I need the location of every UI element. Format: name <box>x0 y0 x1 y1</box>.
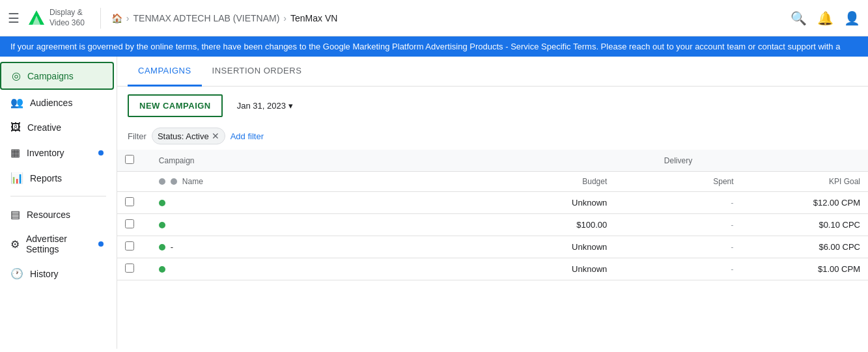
home-icon[interactable]: 🏠 <box>111 13 122 23</box>
date-picker-button[interactable]: Jan 31, 2023 ▾ <box>231 97 300 115</box>
sidebar-item-label: Campaigns <box>27 71 74 81</box>
filter-chip-status: Status: Active ✕ <box>152 128 225 144</box>
th-sub-checkbox <box>117 172 151 192</box>
breadcrumb-sep1: › <box>126 13 130 23</box>
breadcrumb-sep2: › <box>283 13 287 23</box>
td-name <box>151 258 488 280</box>
sidebar-item-resources[interactable]: ▤ Resources <box>0 202 111 227</box>
tab-insertion-orders[interactable]: INSERTION ORDERS <box>202 57 313 87</box>
table: Campaign Delivery Name Budget <box>117 150 868 280</box>
campaigns-icon: ◎ <box>12 70 21 82</box>
sidebar-item-campaigns[interactable]: ◎ Campaigns <box>0 62 114 90</box>
chevron-down-icon: ▾ <box>288 101 293 111</box>
th-campaign: Campaign <box>151 150 488 172</box>
tab-campaigns[interactable]: CAMPAIGNS <box>128 57 202 87</box>
menu-icon[interactable]: ☰ <box>8 10 20 26</box>
sidebar: ◎ Campaigns 👥 Audiences 🖼 Creative ▦ Inv… <box>0 57 117 349</box>
th-kpi-goal: KPI Goal <box>742 172 868 192</box>
td-checkbox[interactable] <box>117 236 151 258</box>
campaigns-table: Campaign Delivery Name Budget <box>117 150 868 280</box>
td-spent: - <box>615 236 741 258</box>
sidebar-item-label: History <box>30 269 59 279</box>
th-name: Name <box>151 172 488 192</box>
status-active-dot <box>159 266 165 273</box>
inventory-dot <box>98 150 104 156</box>
logo: Display & Video 360 <box>27 8 85 28</box>
th-delivery: Delivery <box>488 150 868 172</box>
td-budget: Unknown <box>488 192 615 214</box>
sidebar-item-inventory[interactable]: ▦ Inventory <box>0 140 111 165</box>
sidebar-item-label: Resources <box>27 210 70 220</box>
table-header-row: Campaign Delivery <box>117 150 868 172</box>
status-gray-dot2 <box>171 178 177 185</box>
table-row: $100.00 - $0.10 CPC <box>117 214 868 236</box>
th-budget: Budget <box>488 172 615 192</box>
th-name-label: Name <box>182 177 203 186</box>
status-active-dot <box>159 200 165 206</box>
date-label: Jan 31, 2023 <box>237 101 286 111</box>
sidebar-item-label: Inventory <box>27 148 64 158</box>
reports-icon: 📊 <box>10 172 23 184</box>
td-spent: - <box>615 258 741 280</box>
banner: If your agreement is governed by the onl… <box>0 36 868 57</box>
logo-text: Display & Video 360 <box>49 8 85 28</box>
add-filter-button[interactable]: Add filter <box>231 131 264 141</box>
td-kpi: $6.00 CPC <box>742 236 868 258</box>
sidebar-item-label: Reports <box>30 173 62 183</box>
sidebar-divider <box>10 196 106 196</box>
td-budget: Unknown <box>488 236 615 258</box>
table-row: Unknown - $12.00 CPM <box>117 192 868 214</box>
filter-chip-label: Status: Active <box>158 131 209 141</box>
toolbar: NEW CAMPAIGN Jan 31, 2023 ▾ <box>117 87 868 125</box>
row-checkbox[interactable] <box>125 219 134 228</box>
tabs-bar: CAMPAIGNS INSERTION ORDERS <box>117 57 868 87</box>
sidebar-item-advertiser-settings[interactable]: ⚙ Advertiser Settings <box>0 227 111 261</box>
td-name <box>151 214 488 236</box>
sidebar-item-creative[interactable]: 🖼 Creative <box>0 115 111 140</box>
td-checkbox[interactable] <box>117 192 151 214</box>
topbar-actions: 🔍 🔔 👤 <box>791 10 860 26</box>
search-icon[interactable]: 🔍 <box>791 10 807 26</box>
td-budget: $100.00 <box>488 214 615 236</box>
sidebar-item-reports[interactable]: 📊 Reports <box>0 165 111 191</box>
sidebar-item-label: Advertiser Settings <box>26 234 101 254</box>
th-checkbox <box>117 150 151 172</box>
account-icon[interactable]: 👤 <box>844 10 860 26</box>
notifications-icon[interactable]: 🔔 <box>817 10 833 26</box>
filter-chip-close-icon[interactable]: ✕ <box>212 131 219 141</box>
banner-text: If your agreement is governed by the onl… <box>10 42 840 51</box>
breadcrumb-advertiser[interactable]: TENMAX ADTECH LAB (VIETNAM) <box>133 13 280 23</box>
select-all-checkbox[interactable] <box>125 155 134 164</box>
history-icon: 🕐 <box>10 267 23 280</box>
td-checkbox[interactable] <box>117 258 151 280</box>
td-checkbox[interactable] <box>117 214 151 236</box>
layout: ◎ Campaigns 👥 Audiences 🖼 Creative ▦ Inv… <box>0 57 868 349</box>
sidebar-item-label: Audiences <box>30 98 72 108</box>
td-name <box>151 192 488 214</box>
td-kpi: $12.00 CPM <box>742 192 868 214</box>
table-body: Unknown - $12.00 CPM $100.00 <box>117 192 868 280</box>
breadcrumb-current: TenMax VN <box>290 13 337 23</box>
filter-label: Filter <box>128 131 147 141</box>
row-checkbox[interactable] <box>125 264 134 273</box>
filter-bar: Filter Status: Active ✕ Add filter <box>117 125 868 150</box>
new-campaign-button[interactable]: NEW CAMPAIGN <box>128 94 223 117</box>
td-spent: - <box>615 214 741 236</box>
breadcrumb: 🏠 › TENMAX ADTECH LAB (VIETNAM) › TenMax… <box>111 13 338 23</box>
td-spent: - <box>615 192 741 214</box>
th-spent: Spent <box>615 172 741 192</box>
sidebar-item-audiences[interactable]: 👥 Audiences <box>0 90 111 115</box>
td-kpi: $0.10 CPC <box>742 214 868 236</box>
sidebar-item-label: Creative <box>27 122 61 133</box>
row-checkbox[interactable] <box>125 241 134 250</box>
creative-icon: 🖼 <box>10 122 21 133</box>
inventory-icon: ▦ <box>10 146 20 159</box>
table-row: - Unknown - $6.00 CPC <box>117 236 868 258</box>
table-row: Unknown - $1.00 CPM <box>117 258 868 280</box>
status-gray-dot <box>159 178 165 185</box>
status-active-dot <box>159 244 165 250</box>
sidebar-item-history[interactable]: 🕐 History <box>0 261 111 286</box>
campaign-name: - <box>171 242 173 252</box>
row-checkbox[interactable] <box>125 197 134 206</box>
advertiser-settings-dot <box>98 241 104 247</box>
